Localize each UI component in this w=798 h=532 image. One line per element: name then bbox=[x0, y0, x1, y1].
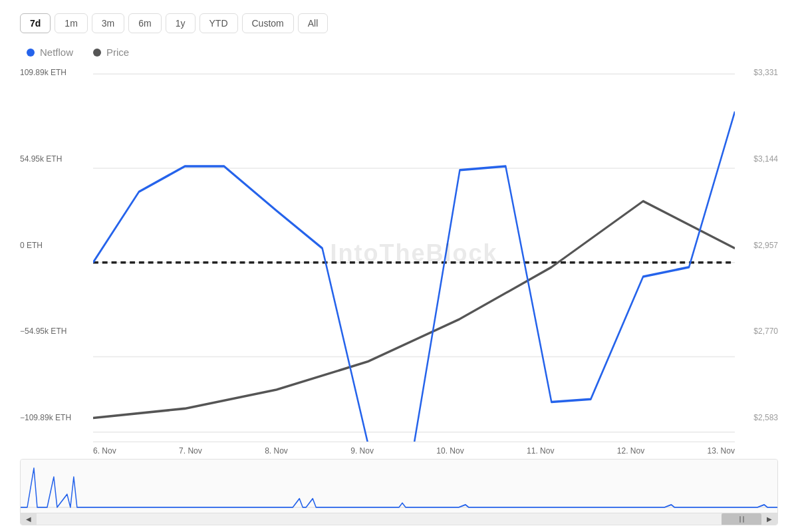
price-legend-label: Price bbox=[106, 47, 129, 58]
x-tick-4: 10. Nov bbox=[436, 446, 464, 456]
x-tick-6: 12. Nov bbox=[617, 446, 644, 456]
y-left-tick-3: −54.95k ETH bbox=[20, 327, 93, 336]
x-tick-7: 13. Nov bbox=[708, 446, 735, 456]
x-tick-0: 6. Nov bbox=[93, 446, 116, 456]
legend-netflow: Netflow bbox=[27, 47, 73, 58]
y-right-tick-0: $3,331 bbox=[735, 68, 778, 77]
scroll-thumb[interactable] bbox=[722, 513, 761, 525]
x-tick-3: 9. Nov bbox=[350, 446, 374, 456]
scroll-track bbox=[37, 513, 761, 525]
y-axis-left: 109.89k ETH 54.95k ETH 0 ETH −54.95k ETH… bbox=[20, 65, 93, 442]
scroll-left-button[interactable]: ◀ bbox=[21, 513, 37, 525]
y-left-tick-0: 109.89k ETH bbox=[20, 68, 93, 77]
chart-legend: Netflow Price bbox=[20, 47, 778, 58]
y-left-tick-4: −109.89k ETH bbox=[20, 413, 93, 422]
time-btn-3m[interactable]: 3m bbox=[92, 13, 124, 33]
time-btn-all[interactable]: All bbox=[298, 13, 329, 33]
y-axis-right: $3,331 $3,144 $2,957 $2,770 $2,583 bbox=[735, 65, 778, 442]
netflow-legend-dot bbox=[27, 49, 35, 57]
chart-wrapper: 109.89k ETH 54.95k ETH 0 ETH −54.95k ETH… bbox=[20, 65, 778, 525]
y-left-tick-1: 54.95k ETH bbox=[20, 154, 93, 164]
legend-price: Price bbox=[93, 47, 129, 58]
x-tick-2: 8. Nov bbox=[265, 446, 288, 456]
chart-svg bbox=[93, 65, 735, 442]
chart-area[interactable]: IntoTheBlock bbox=[93, 65, 735, 442]
y-right-tick-3: $2,770 bbox=[735, 327, 778, 336]
chart-main: 109.89k ETH 54.95k ETH 0 ETH −54.95k ETH… bbox=[20, 65, 778, 442]
y-right-tick-4: $2,583 bbox=[735, 413, 778, 422]
minimap-scrollbar[interactable]: ◀ ▶ bbox=[21, 513, 777, 525]
price-legend-dot bbox=[93, 49, 101, 57]
time-btn-1y[interactable]: 1y bbox=[166, 13, 196, 33]
time-range-selector: 7d 1m 3m 6m 1y YTD Custom All bbox=[20, 13, 778, 33]
time-btn-6m[interactable]: 6m bbox=[128, 13, 161, 33]
y-right-tick-1: $3,144 bbox=[735, 154, 778, 164]
x-axis: 6. Nov 7. Nov 8. Nov 9. Nov 10. Nov 11. … bbox=[93, 442, 735, 456]
netflow-legend-label: Netflow bbox=[40, 47, 73, 58]
time-btn-ytd[interactable]: YTD bbox=[200, 13, 238, 33]
time-btn-7d[interactable]: 7d bbox=[20, 13, 51, 33]
scroll-right-button[interactable]: ▶ bbox=[761, 513, 777, 525]
x-tick-1: 7. Nov bbox=[179, 446, 202, 456]
main-container: 7d 1m 3m 6m 1y YTD Custom All Netflow Pr… bbox=[0, 0, 798, 532]
y-left-tick-2: 0 ETH bbox=[20, 241, 93, 250]
time-btn-1m[interactable]: 1m bbox=[55, 13, 87, 33]
y-right-tick-2: $2,957 bbox=[735, 241, 778, 250]
scroll-thumb-handle bbox=[739, 516, 744, 523]
x-tick-5: 11. Nov bbox=[527, 446, 554, 456]
minimap[interactable]: 2020 ◀ ▶ bbox=[20, 459, 778, 525]
time-btn-custom[interactable]: Custom bbox=[242, 13, 294, 33]
